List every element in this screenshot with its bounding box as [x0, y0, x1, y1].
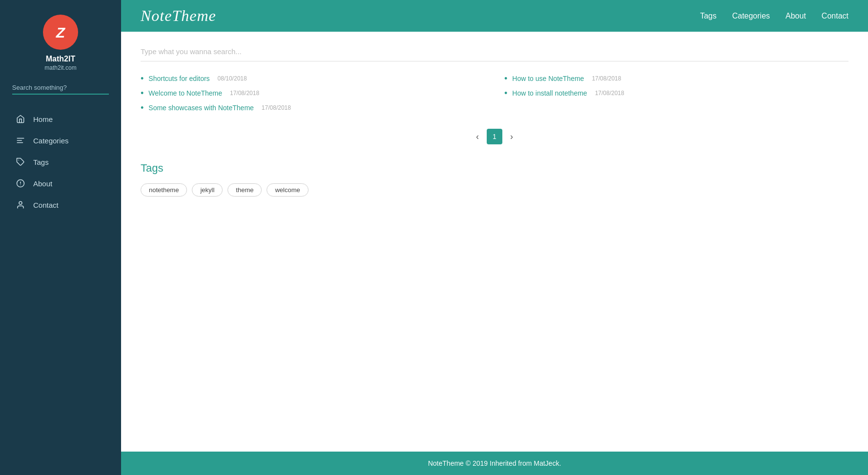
tags-list: notetheme jekyll theme welcome	[141, 183, 848, 197]
sidebar-item-about[interactable]: About	[0, 173, 121, 194]
sidebar-search-wrap	[12, 83, 109, 95]
sidebar-item-tags[interactable]: Tags	[0, 151, 121, 173]
sidebar-item-tags-label: Tags	[33, 158, 49, 166]
sidebar-item-contact-label: Contact	[33, 201, 59, 209]
sidebar-item-categories[interactable]: Categories	[0, 130, 121, 151]
posts-grid: • Shortcuts for editors 08/10/2018 • Wel…	[141, 71, 848, 115]
svg-point-9	[19, 201, 22, 204]
post-link-how-to-install[interactable]: How to install notetheme	[512, 89, 587, 97]
main-search-input[interactable]	[141, 47, 848, 56]
post-link-shortcuts[interactable]: Shortcuts for editors	[148, 75, 209, 82]
pagination-next[interactable]: ›	[506, 130, 517, 144]
sidebar-item-home-label: Home	[33, 115, 53, 123]
tags-section: Tags notetheme jekyll theme welcome	[141, 162, 848, 197]
pagination-prev[interactable]: ‹	[472, 130, 483, 144]
pagination: ‹ 1 ›	[141, 129, 848, 144]
topbar-nav-tags[interactable]: Tags	[700, 12, 717, 20]
post-date: 08/10/2018	[218, 75, 247, 82]
post-link-how-to-use[interactable]: How to use NoteTheme	[512, 75, 584, 82]
sidebar-item-contact[interactable]: Contact	[0, 194, 121, 216]
post-date: 17/08/2018	[592, 75, 621, 82]
contact-icon	[16, 200, 25, 210]
topbar-nav-categories[interactable]: Categories	[732, 12, 770, 20]
post-link-showcases[interactable]: Some showcases with NoteTheme	[148, 104, 254, 112]
post-date: 17/08/2018	[230, 90, 259, 97]
categories-icon	[16, 136, 25, 145]
topbar-nav-contact[interactable]: Contact	[822, 12, 848, 20]
post-bullet: •	[141, 74, 144, 83]
post-bullet: •	[141, 89, 144, 98]
main-content: • Shortcuts for editors 08/10/2018 • Wel…	[121, 32, 868, 452]
topbar: NoteTheme Tags Categories About Contact	[121, 0, 868, 32]
tag-theme[interactable]: theme	[227, 183, 262, 197]
post-bullet: •	[504, 74, 507, 83]
post-item: • Shortcuts for editors 08/10/2018	[141, 71, 485, 86]
topbar-logo: NoteTheme	[141, 7, 700, 25]
post-date: 17/08/2018	[262, 104, 291, 111]
avatar-logo: Z	[48, 20, 73, 45]
post-item: • Welcome to NoteTheme 17/08/2018	[141, 86, 485, 100]
sidebar-nav: Home Categories Tags	[0, 108, 121, 216]
post-bullet: •	[504, 89, 507, 98]
sidebar: Z Math2IT math2it.com Home	[0, 0, 121, 475]
sidebar-username: Math2IT	[46, 55, 75, 63]
sidebar-item-about-label: About	[33, 179, 52, 188]
about-icon	[16, 178, 25, 188]
posts-col2: • How to use NoteTheme 17/08/2018 • How …	[504, 71, 848, 115]
tag-welcome[interactable]: welcome	[267, 183, 308, 197]
post-item: • Some showcases with NoteTheme 17/08/20…	[141, 100, 485, 115]
main-search-wrap	[141, 47, 848, 61]
post-item: • How to use NoteTheme 17/08/2018	[504, 71, 848, 86]
sidebar-url: math2it.com	[44, 64, 76, 71]
tag-notetheme[interactable]: notetheme	[141, 183, 187, 197]
sidebar-item-categories-label: Categories	[33, 137, 69, 145]
post-bullet: •	[141, 103, 144, 112]
avatar: Z	[43, 15, 78, 50]
topbar-nav: Tags Categories About Contact	[700, 12, 848, 20]
sidebar-search-input[interactable]	[12, 84, 109, 91]
post-item: • How to install notetheme 17/08/2018	[504, 86, 848, 100]
svg-text:Z: Z	[56, 24, 66, 40]
sidebar-profile: Z Math2IT math2it.com	[43, 15, 78, 71]
pagination-page-1[interactable]: 1	[487, 129, 502, 144]
post-link-welcome[interactable]: Welcome to NoteTheme	[148, 89, 222, 97]
tag-jekyll[interactable]: jekyll	[192, 183, 223, 197]
tags-section-title: Tags	[141, 162, 848, 175]
tags-icon	[16, 157, 25, 167]
posts-col1: • Shortcuts for editors 08/10/2018 • Wel…	[141, 71, 485, 115]
footer: NoteTheme © 2019 Inherited from MatJeck.	[121, 452, 868, 475]
topbar-nav-about[interactable]: About	[785, 12, 806, 20]
home-icon	[16, 114, 25, 124]
post-date: 17/08/2018	[595, 90, 624, 97]
footer-text: NoteTheme © 2019 Inherited from MatJeck.	[428, 459, 561, 467]
sidebar-item-home[interactable]: Home	[0, 108, 121, 130]
